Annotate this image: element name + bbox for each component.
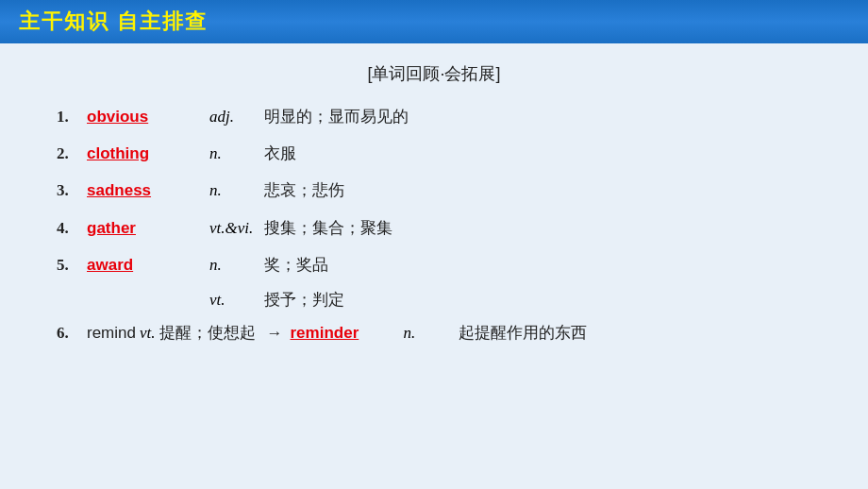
header: 主干知识 自主排查 — [0, 0, 868, 43]
item-number: 1. — [57, 104, 87, 129]
remind-base-word: remind — [87, 324, 136, 343]
vocab-word: sadness — [87, 177, 209, 203]
vocab-pos: vt.&vi. — [209, 215, 257, 241]
vocab-list: 1. obvious adj. 明显的；显而易见的 2. clothing n.… — [57, 104, 811, 278]
vocab-sub-definition: 授予；判定 — [264, 289, 344, 311]
list-item: 4. gather vt.&vi. 搜集；集合；聚集 — [57, 215, 811, 241]
list-item: 1. obvious adj. 明显的；显而易见的 — [57, 104, 811, 129]
remind-item: 6. remind vt. 提醒；使想起 → reminder n. 起提醒作用… — [57, 322, 811, 344]
vocab-word: clothing — [87, 141, 209, 166]
vocab-pos: adj. — [209, 104, 257, 129]
vocab-pos: n. — [209, 177, 257, 203]
item-number: 4. — [57, 215, 87, 241]
remind-derived-word: reminder — [291, 324, 404, 343]
vocab-sub-pos: vt. — [209, 291, 257, 310]
remind-derived-def: 起提醒作用的东西 — [459, 322, 587, 344]
remind-derived-pos: n. — [404, 324, 451, 343]
vocab-sub-item: vt. 授予；判定 — [57, 289, 811, 311]
vocab-pos: n. — [209, 141, 257, 166]
item-number: 2. — [57, 141, 87, 166]
vocab-pos: n. — [209, 252, 257, 278]
item-number: 3. — [57, 177, 87, 203]
list-item: 5. award n. 奖；奖品 — [57, 252, 811, 278]
section-title: [单词回顾·会拓展] — [57, 62, 811, 85]
vocab-definition: 明显的；显而易见的 — [264, 104, 409, 129]
list-item: 2. clothing n. 衣服 — [57, 141, 811, 166]
vocab-definition: 奖；奖品 — [264, 252, 328, 278]
vocab-word: gather — [87, 215, 209, 241]
remind-base-pos: vt. — [140, 324, 156, 343]
arrow-icon: → — [267, 324, 283, 343]
remind-base-def: 提醒；使想起 — [159, 322, 256, 344]
vocab-definition: 衣服 — [264, 141, 296, 166]
vocab-definition: 搜集；集合；聚集 — [264, 215, 392, 241]
item-number: 6. — [57, 324, 87, 343]
header-title: 主干知识 自主排查 — [19, 8, 208, 36]
vocab-word: award — [87, 252, 209, 278]
vocab-word: obvious — [87, 104, 209, 129]
item-number: 5. — [57, 252, 87, 278]
vocab-definition: 悲哀；悲伤 — [264, 177, 344, 203]
list-item: 3. sadness n. 悲哀；悲伤 — [57, 177, 811, 203]
main-content: [单词回顾·会拓展] 1. obvious adj. 明显的；显而易见的 2. … — [0, 43, 868, 374]
